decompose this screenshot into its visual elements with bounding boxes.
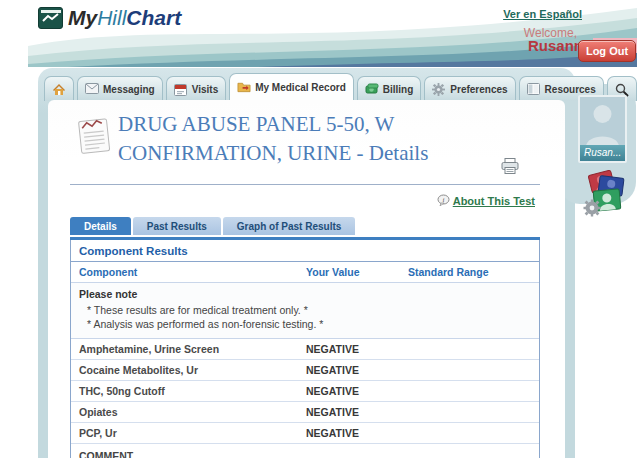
tab-messaging[interactable]: Messaging [77, 76, 163, 101]
tab-label: My Medical Record [255, 82, 346, 93]
about-this-test-link[interactable]: About This Test [453, 195, 535, 207]
note-line: * These results are for medical treatmen… [71, 304, 539, 318]
component-results-table: Component Results Component Your Value S… [70, 240, 540, 458]
main-nav-tabs: Messaging Visits My Medical Record Billi… [44, 73, 637, 101]
info-icon: i [437, 192, 450, 210]
search-icon [615, 83, 629, 96]
row-component: Amphetamine, Urine Screen [79, 343, 306, 355]
note-title: Please note [71, 287, 539, 304]
row-component: Cocaine Metabolites, Ur [79, 364, 306, 376]
avatar-name-label: Rusan... [580, 145, 625, 161]
page-title-line1: DRUG ABUSE PANEL 5-50, W [118, 110, 538, 139]
row-value: NEGATIVE [306, 343, 408, 355]
tab-label: Billing [383, 84, 414, 95]
tab-label: Messaging [103, 84, 155, 95]
row-value: NEGATIVE [306, 364, 408, 376]
about-this-test[interactable]: i About This Test [437, 192, 535, 210]
calendar-icon [174, 83, 188, 96]
test-results-icon [74, 114, 116, 160]
logo-text: MyHillChart [68, 6, 181, 30]
tab-label: Visits [192, 84, 219, 95]
folder-icon [237, 81, 251, 94]
row-value: NEGATIVE [306, 406, 408, 418]
table-row: Opiates NEGATIVE [71, 402, 539, 423]
row-component: PCP, Ur [79, 427, 306, 439]
logout-button[interactable]: Log Out [578, 40, 636, 62]
tab-my-medical-record[interactable]: My Medical Record [229, 73, 354, 101]
page-title-line2: CONFIRMATION, URINE - Details [118, 139, 538, 168]
subtab-past-results[interactable]: Past Results [133, 217, 221, 235]
title-divider [70, 184, 540, 185]
col-standard-range: Standard Range [408, 266, 531, 278]
subtab-graph-of-past-results[interactable]: Graph of Past Results [223, 217, 355, 235]
home-icon [52, 83, 66, 96]
user-avatar[interactable]: Rusan... [578, 95, 627, 163]
money-icon [365, 83, 379, 96]
page-title: DRUG ABUSE PANEL 5-50, W CONFIRMATION, U… [118, 110, 538, 168]
col-your-value: Your Value [306, 266, 408, 278]
results-section-title: Component Results [71, 240, 539, 262]
subtab-details[interactable]: Details [70, 217, 131, 235]
book-icon [527, 83, 541, 96]
tab-label: Resources [545, 84, 596, 95]
logo-folder-icon [38, 7, 63, 29]
tab-label: Preferences [450, 84, 507, 95]
print-icon[interactable] [501, 158, 519, 178]
envelope-icon [85, 83, 99, 96]
row-component: Opiates [79, 406, 306, 418]
content-panel: DRUG ABUSE PANEL 5-50, W CONFIRMATION, U… [48, 100, 565, 458]
app-logo[interactable]: MyHillChart [38, 6, 181, 30]
page: MyHillChart Ver en Español Welcome, Rusa… [0, 0, 640, 458]
col-component: Component [79, 266, 306, 278]
table-row: Amphetamine, Urine Screen NEGATIVE [71, 339, 539, 360]
result-subtabs: Details Past Results Graph of Past Resul… [70, 217, 355, 235]
gear-overlay [584, 200, 601, 217]
svg-text:i: i [442, 196, 444, 204]
table-row: THC, 50ng Cutoff NEGATIVE [71, 381, 539, 402]
tab-billing[interactable]: Billing [357, 76, 422, 101]
gear-icon [432, 83, 446, 96]
table-row: Cocaine Metabolites, Ur NEGATIVE [71, 360, 539, 381]
tab-home[interactable] [44, 76, 74, 101]
row-value: NEGATIVE [306, 385, 408, 397]
language-toggle-link[interactable]: Ver en Español [503, 8, 582, 20]
avatar-silhouette-icon [580, 97, 625, 147]
note-line: * Analysis was performed as non-forensic… [71, 318, 539, 332]
tab-preferences[interactable]: Preferences [424, 76, 515, 101]
comment-title: COMMENT [71, 448, 539, 458]
app-header: MyHillChart Ver en Español Welcome, Rusa… [28, 0, 637, 67]
table-header-row: Component Your Value Standard Range [71, 262, 539, 283]
table-row: PCP, Ur NEGATIVE [71, 423, 539, 444]
comment-block: COMMENT THE SUBMITTED URINE SPECIMEN WAS… [71, 444, 539, 458]
row-value: NEGATIVE [306, 427, 408, 439]
please-note-block: Please note * These results are for medi… [71, 283, 539, 339]
tab-visits[interactable]: Visits [166, 76, 227, 101]
personalize-accounts-icon[interactable] [582, 168, 628, 222]
row-component: THC, 50ng Cutoff [79, 385, 306, 397]
